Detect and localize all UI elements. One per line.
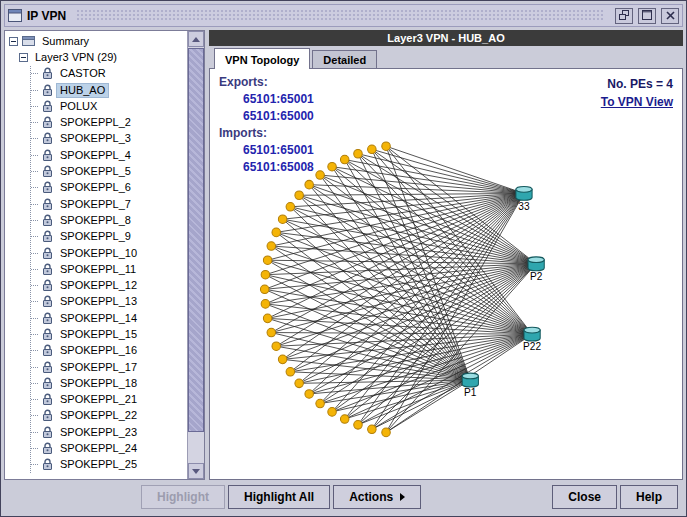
ce-node[interactable] [382, 142, 391, 151]
tree-connector [31, 367, 38, 368]
ce-node[interactable] [354, 149, 363, 158]
ce-node[interactable] [295, 191, 304, 200]
app-icon [8, 9, 22, 22]
actions-button[interactable]: Actions [333, 485, 421, 509]
tree-node-spokeppl_16[interactable]: SPOKEPPL_16 [31, 343, 187, 359]
lock-icon [42, 361, 53, 374]
close-window-button[interactable] [661, 8, 679, 24]
router-label: P1 [464, 387, 477, 398]
ce-node[interactable] [286, 203, 295, 212]
ce-node[interactable] [263, 256, 272, 265]
panel-header: Layer3 VPN - HUB_AO [209, 30, 683, 46]
titlebar[interactable]: IP VPN [4, 4, 683, 27]
router-node[interactable]: P1 [462, 373, 478, 398]
tree-node-spokeppl_9[interactable]: SPOKEPPL_9 [31, 229, 187, 245]
help-button[interactable]: Help [620, 485, 678, 509]
tree-node-spokeppl_24[interactable]: SPOKEPPL_24 [31, 440, 187, 456]
summary-icon [22, 35, 35, 47]
tree-node-spokeppl_22[interactable]: SPOKEPPL_22 [31, 408, 187, 424]
ip-vpn-window: IP VPN SummaryLayer3 VPN (29)CASTORHUB_A… [0, 0, 687, 517]
tree-node-spokeppl_14[interactable]: SPOKEPPL_14 [31, 310, 187, 326]
tree-node-spokeppl_18[interactable]: SPOKEPPL_18 [31, 375, 187, 391]
close-button[interactable]: Close [552, 485, 617, 509]
tree-node-spokeppl_21[interactable]: SPOKEPPL_21 [31, 392, 187, 408]
ce-node[interactable] [272, 342, 281, 351]
tree-node-spokeppl_25[interactable]: SPOKEPPL_25 [31, 457, 187, 473]
ce-node[interactable] [261, 270, 270, 279]
tree-connector [31, 187, 38, 188]
to-vpn-view-link[interactable]: To VPN View [601, 94, 673, 110]
router-label: 33 [518, 201, 530, 212]
router-node[interactable]: P2 [528, 257, 544, 282]
maximize-window-button[interactable] [638, 8, 656, 24]
tree-scrollbar[interactable] [187, 31, 204, 479]
tree-node-spokeppl_4[interactable]: SPOKEPPL_4 [31, 147, 187, 163]
ce-node[interactable] [260, 285, 269, 294]
ce-node[interactable] [340, 155, 349, 164]
router-icon-top [524, 327, 540, 333]
import-target: 65101:65001 [219, 142, 314, 159]
router-node[interactable]: 33 [516, 186, 532, 211]
ce-node[interactable] [316, 171, 325, 180]
tree-node-label: SPOKEPPL_24 [57, 442, 140, 455]
tree-node-summary[interactable]: Summary [9, 33, 187, 49]
expander-icon[interactable] [19, 53, 28, 62]
tree-node-spokeppl_12[interactable]: SPOKEPPL_12 [31, 277, 187, 293]
tree-node-spokeppl_11[interactable]: SPOKEPPL_11 [31, 261, 187, 277]
tree-node-label: SPOKEPPL_25 [57, 458, 140, 471]
tree-node-spokeppl_17[interactable]: SPOKEPPL_17 [31, 359, 187, 375]
ce-node[interactable] [368, 425, 377, 434]
scrollbar-thumb[interactable] [188, 48, 204, 432]
tree-node-spokeppl_5[interactable]: SPOKEPPL_5 [31, 163, 187, 179]
ce-node[interactable] [328, 408, 337, 417]
lock-icon [42, 279, 53, 292]
ce-node[interactable] [263, 314, 272, 323]
tree-connector [31, 253, 38, 254]
restore-window-button[interactable] [615, 8, 633, 24]
router-icon-top [462, 373, 478, 379]
tree-node-spokeppl_10[interactable]: SPOKEPPL_10 [31, 245, 187, 261]
router-node[interactable]: P22 [523, 327, 541, 352]
ce-node[interactable] [354, 421, 363, 430]
ce-node[interactable] [278, 355, 287, 364]
highlight-button: Highlight [141, 485, 225, 509]
ce-node[interactable] [382, 428, 391, 437]
tree-node-label: SPOKEPPL_23 [57, 426, 140, 439]
ce-node[interactable] [286, 368, 295, 377]
tree-node-spokeppl_7[interactable]: SPOKEPPL_7 [31, 196, 187, 212]
ce-node[interactable] [272, 228, 281, 237]
footer: HighlightHighlight AllActionsCloseHelp [4, 480, 683, 513]
tree-node-spokeppl_2[interactable]: SPOKEPPL_2 [31, 114, 187, 130]
tab-detailed[interactable]: Detailed [312, 50, 377, 68]
tree-node-label: SPOKEPPL_2 [57, 116, 134, 129]
scroll-up-button[interactable] [188, 31, 204, 47]
ce-node[interactable] [261, 300, 270, 309]
expander-icon[interactable] [9, 37, 18, 46]
tree-node-castor[interactable]: CASTOR [31, 66, 187, 82]
scroll-down-button[interactable] [188, 463, 204, 479]
tree-node-hub_ao[interactable]: HUB_AO [31, 82, 187, 98]
ce-node[interactable] [267, 242, 276, 251]
ce-node[interactable] [340, 415, 349, 424]
ce-node[interactable] [278, 215, 287, 224]
tree-node-spokeppl_6[interactable]: SPOKEPPL_6 [31, 180, 187, 196]
ce-node[interactable] [305, 180, 314, 189]
ce-node[interactable] [368, 145, 377, 154]
ce-node[interactable] [305, 390, 314, 399]
ce-node[interactable] [295, 379, 304, 388]
tree-node-spokeppl_15[interactable]: SPOKEPPL_15 [31, 326, 187, 342]
tab-vpn-topology[interactable]: VPN Topology [214, 48, 310, 69]
imports-label: Imports: [219, 125, 314, 142]
tree-node-spokeppl_13[interactable]: SPOKEPPL_13 [31, 294, 187, 310]
tree-node-layer3-vpn[interactable]: Layer3 VPN (29) [19, 49, 187, 65]
tree-node-label: SPOKEPPL_9 [57, 230, 134, 243]
ce-node[interactable] [328, 162, 337, 171]
ce-node[interactable] [267, 328, 276, 337]
highlight-all-button[interactable]: Highlight All [228, 485, 330, 509]
tree-node-spokeppl_23[interactable]: SPOKEPPL_23 [31, 424, 187, 440]
tree-node-spokeppl_8[interactable]: SPOKEPPL_8 [31, 212, 187, 228]
ce-node[interactable] [316, 399, 325, 408]
lock-icon [42, 84, 53, 97]
tree-node-spokeppl_3[interactable]: SPOKEPPL_3 [31, 131, 187, 147]
tree-node-polux[interactable]: POLUX [31, 98, 187, 114]
